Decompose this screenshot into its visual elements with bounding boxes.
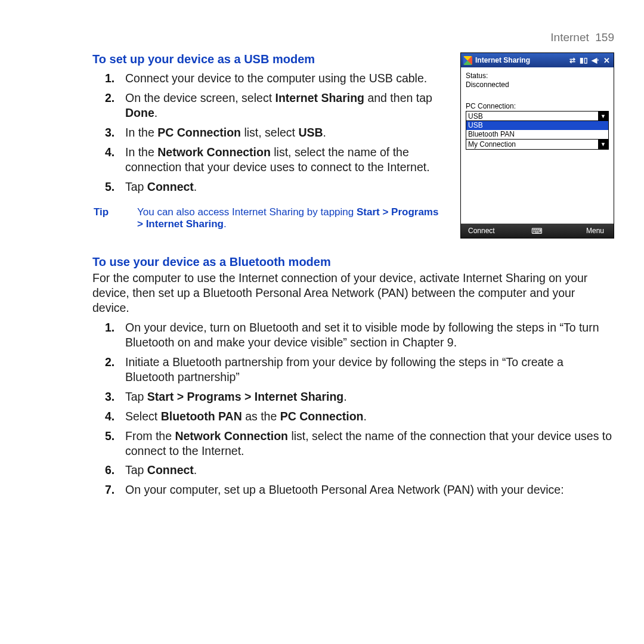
pc-connection-dropdown[interactable]: USB ▼ [466,111,609,121]
steps-usb: 1.Connect your device to the computer us… [92,71,444,194]
status-label: Status: [466,72,609,80]
app-title: Internet Sharing [475,56,530,64]
list-item: 2.Initiate a Bluetooth partnership from … [125,355,614,385]
chevron-down-icon: ▼ [598,140,608,149]
list-item: 4.In the Network Connection list, select… [125,145,444,175]
windows-logo-icon [463,56,472,65]
list-item: 6.Tap Connect. [125,463,614,478]
list-item: 5.From the Network Connection list, sele… [125,429,614,459]
list-item: 1.On your device, turn on Bluetooth and … [125,320,614,350]
network-connection-dropdown[interactable]: My Connection ▼ [466,140,609,150]
page-header: Internet 159 [550,31,614,44]
tip-text: You can also access Internet Sharing by … [137,206,444,230]
speaker-icon: ◀ᐧ [591,56,599,64]
list-item: 7.On your computer, set up a Bluetooth P… [125,482,614,497]
steps-bluetooth: 1.On your device, turn on Bluetooth and … [92,320,614,498]
section-intro: For the computer to use the Internet con… [92,271,614,315]
device-title-bar: Internet Sharing ⇄ ▮▯ ◀ᐧ ✕ [461,53,614,67]
device-body: Status: Disconnected PC Connection: USB … [461,67,614,224]
softkey-connect[interactable]: Connect [461,227,512,235]
list-item: 3.Tap Start > Programs > Internet Sharin… [125,389,614,404]
list-item: 3.In the PC Connection list, select USB. [125,125,444,140]
page-number: 159 [595,31,614,44]
section-heading-usb: To set up your device as a USB modem [92,52,444,66]
softkey-menu[interactable]: Menu [562,227,614,235]
dropdown-option[interactable]: Bluetooth PAN [466,130,608,139]
tip-block: Tip You can also access Internet Sharing… [92,206,444,230]
list-item: 2.On the device screen, select Internet … [125,91,444,120]
pc-connection-options: USB Bluetooth PAN [466,121,609,140]
device-softkey-bar: Connect ⌨ Menu [461,224,614,238]
dropdown-option[interactable]: USB [466,121,608,130]
list-item: 1.Connect your device to the computer us… [125,71,444,86]
section-heading-bluetooth: To use your device as a Bluetooth modem [92,255,614,269]
close-icon[interactable]: ✕ [602,56,614,65]
pc-connection-value: USB [468,112,483,120]
status-value: Disconnected [466,80,609,89]
network-connection-value: My Connection [468,140,516,148]
list-item: 5.Tap Connect. [125,179,444,194]
tip-label: Tip [92,206,137,230]
sync-icon: ⇄ [568,56,577,64]
signal-icon: ▮▯ [580,56,588,64]
chevron-down-icon: ▼ [598,112,608,120]
list-item: 4.Select Bluetooth PAN as the PC Connect… [125,409,614,424]
chapter-name: Internet [550,31,589,44]
pc-connection-label: PC Connection: [466,102,609,110]
keyboard-icon[interactable]: ⌨ [512,227,562,236]
device-screenshot: Internet Sharing ⇄ ▮▯ ◀ᐧ ✕ Status: Disco… [460,52,614,239]
